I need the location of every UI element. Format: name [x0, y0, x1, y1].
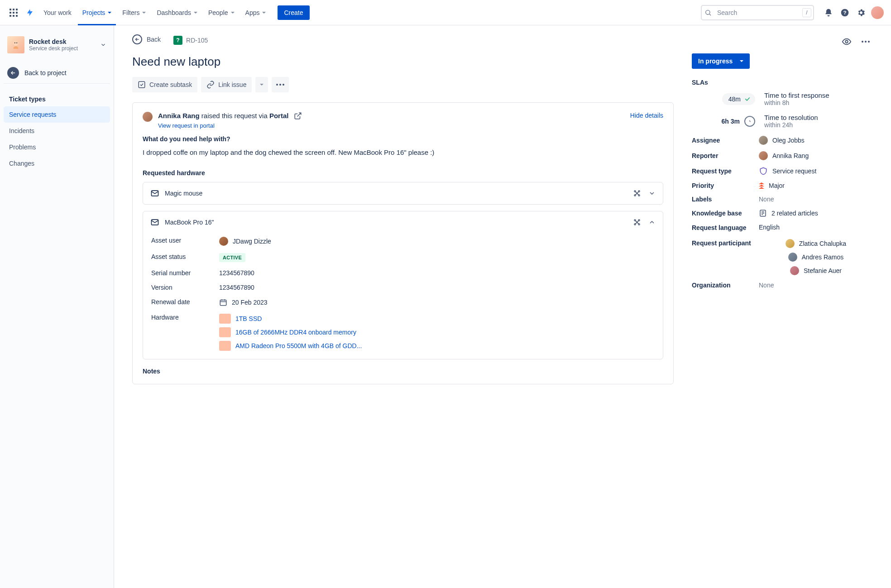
- meta-request-language[interactable]: Request language English: [692, 224, 873, 233]
- participant-avatar: [786, 239, 795, 248]
- meta-organization[interactable]: Organization None: [692, 282, 873, 289]
- req-lang-key: Request language: [692, 224, 759, 233]
- link-issue-dropdown[interactable]: [255, 77, 268, 92]
- participant-name: Andres Ramos: [802, 253, 844, 261]
- sla-row: 6h 3m Time to resolution within 24h: [692, 114, 873, 129]
- nav-people-label: People: [208, 9, 228, 16]
- priority-value: Major: [769, 182, 785, 189]
- status-dropdown[interactable]: In progress: [692, 53, 750, 69]
- svg-point-4: [14, 41, 19, 46]
- svg-point-12: [634, 191, 636, 192]
- chevron-down-icon: [260, 84, 263, 86]
- nav-dashboards-label: Dashboards: [157, 9, 191, 16]
- nav-projects[interactable]: Projects: [78, 0, 116, 25]
- hardware-link[interactable]: 1TB SSD: [235, 315, 262, 322]
- project-picker[interactable]: Rocket desk Service desk project: [4, 36, 110, 62]
- back-link[interactable]: Back: [132, 34, 161, 44]
- nav-apps[interactable]: Apps: [241, 0, 271, 25]
- sidebar-item-service-requests[interactable]: Service requests: [4, 106, 110, 123]
- create-subtask-button[interactable]: Create subtask: [132, 77, 197, 92]
- renewal-date-key: Renewal date: [151, 298, 219, 306]
- mail-icon: [150, 218, 159, 227]
- meta-reporter[interactable]: Reporter Annika Rang: [692, 151, 873, 160]
- participant-avatar: [790, 266, 799, 275]
- product-logo-icon[interactable]: [23, 5, 37, 20]
- more-icon[interactable]: [858, 34, 873, 49]
- back-link-label: Back: [147, 36, 161, 43]
- issue-key[interactable]: ? RD-105: [173, 36, 208, 45]
- nav-people[interactable]: People: [204, 0, 239, 25]
- chevron-up-icon[interactable]: [648, 219, 656, 226]
- svg-rect-25: [220, 300, 226, 306]
- hardware-item-header[interactable]: Magic mouse: [143, 182, 663, 204]
- svg-point-21: [634, 224, 636, 225]
- sla-sub: within 24h: [764, 121, 818, 129]
- watch-icon[interactable]: [839, 34, 854, 49]
- link-issue-label: Link issue: [218, 81, 246, 88]
- nav-apps-label: Apps: [245, 9, 260, 16]
- sidebar-item-changes[interactable]: Changes: [4, 155, 110, 172]
- sidebar-item-problems[interactable]: Problems: [4, 139, 110, 155]
- renewal-date-value: 20 Feb 2023: [232, 299, 268, 306]
- create-button[interactable]: Create: [278, 5, 309, 20]
- app-switcher-icon[interactable]: [6, 5, 21, 20]
- meta-knowledge-base[interactable]: Knowledge base 2 related articles: [692, 209, 873, 217]
- notifications-icon[interactable]: [821, 5, 836, 20]
- reporter-avatar: [759, 151, 768, 160]
- meta-request-type[interactable]: Request type Service request: [692, 167, 873, 176]
- requester-name: Annika Rang: [158, 112, 200, 120]
- asset-link-icon[interactable]: [633, 218, 641, 226]
- hardware-swatch-icon: [219, 314, 231, 324]
- project-type: Service desk project: [29, 45, 78, 52]
- hardware-link[interactable]: AMD Radeon Pro 5500M with 4GB of GDD...: [235, 342, 362, 349]
- nav-dashboards[interactable]: Dashboards: [152, 0, 202, 25]
- meta-assignee[interactable]: Assignee Oleg Jobbs: [692, 136, 873, 145]
- meta-priority[interactable]: Priority Major: [692, 182, 873, 189]
- sla-time: 6h 3m: [722, 118, 740, 125]
- sla-desc: Time to first response: [764, 91, 829, 99]
- hardware-item-header[interactable]: MacBook Pro 16": [143, 211, 663, 233]
- asset-user-key: Asset user: [151, 237, 219, 244]
- help-icon[interactable]: ?: [838, 5, 852, 20]
- notes-heading: Notes: [143, 368, 663, 375]
- sidebar: Rocket desk Service desk project Back to…: [0, 25, 114, 588]
- nav-your-work[interactable]: Your work: [39, 0, 76, 25]
- keyboard-shortcut-badge: /: [802, 8, 811, 17]
- top-nav: Your work Projects Filters Dashboards Pe…: [0, 0, 891, 25]
- req-lang-value: English: [759, 224, 873, 231]
- requested-hardware-heading: Requested hardware: [143, 169, 663, 177]
- raised-middle: raised this request via: [200, 112, 269, 120]
- labels-key: Labels: [692, 196, 759, 203]
- mail-icon: [150, 189, 159, 198]
- svg-point-5: [14, 43, 15, 43]
- view-in-portal-link[interactable]: View request in portal: [158, 122, 288, 129]
- link-issue-button[interactable]: Link issue: [201, 77, 252, 92]
- meta-labels[interactable]: Labels None: [692, 196, 873, 203]
- sidebar-item-incidents[interactable]: Incidents: [4, 123, 110, 139]
- hardware-item: MacBook Pro 16" Asset userJDawg Dizzle: [143, 211, 663, 359]
- priority-key: Priority: [692, 182, 759, 189]
- issue-title[interactable]: Need new laptop: [132, 55, 674, 69]
- question-body: I dropped coffe on my laptop and the dog…: [143, 147, 663, 158]
- chevron-down-icon: [262, 12, 266, 14]
- search-input[interactable]: [701, 5, 814, 20]
- nav-filters[interactable]: Filters: [118, 0, 150, 25]
- chevron-down-icon: [740, 60, 743, 62]
- meta-request-participant[interactable]: Request participant Zlatica Chalupka And…: [692, 239, 873, 275]
- settings-icon[interactable]: [854, 5, 868, 20]
- more-actions-button[interactable]: [272, 77, 289, 92]
- labels-value: None: [759, 196, 873, 203]
- issue-key-label: RD-105: [186, 37, 208, 44]
- more-icon: [276, 84, 284, 86]
- hardware-item-name: MacBook Pro 16": [165, 219, 214, 226]
- svg-point-19: [634, 220, 636, 221]
- hardware-link[interactable]: 16GB of 2666MHz DDR4 onboard memory: [235, 329, 356, 336]
- chevron-down-icon[interactable]: [648, 190, 656, 197]
- external-link-icon[interactable]: [294, 112, 302, 120]
- hide-details-link[interactable]: Hide details: [630, 112, 663, 119]
- profile-avatar[interactable]: [870, 5, 885, 20]
- assignee-value: Oleg Jobbs: [772, 137, 805, 144]
- asset-link-icon[interactable]: [633, 189, 641, 197]
- back-to-project-link[interactable]: Back to project: [4, 62, 110, 84]
- sla-desc: Time to resolution: [764, 114, 818, 121]
